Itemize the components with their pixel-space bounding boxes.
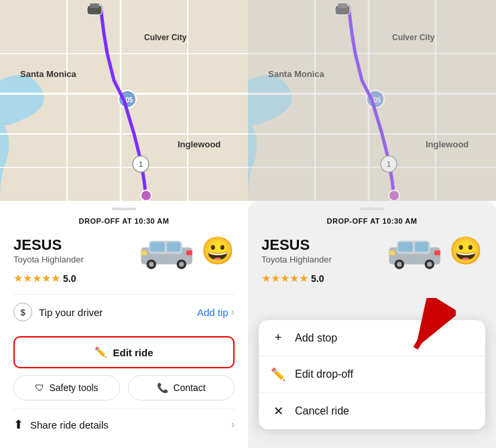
- edit-ride-label: Edit ride: [113, 347, 153, 358]
- svg-point-23: [149, 262, 153, 267]
- svg-rect-21: [167, 242, 180, 251]
- driver-info: JESUS Toyota Highlander: [13, 236, 84, 265]
- vehicle-name: Toyota Highlander: [13, 254, 84, 265]
- rating-value: 5.0: [63, 273, 76, 284]
- driver-row: JESUS Toyota Highlander 😀: [13, 232, 235, 269]
- plus-icon: +: [271, 331, 286, 345]
- add-tip-link[interactable]: Add tip: [197, 307, 229, 318]
- svg-text:1: 1: [139, 160, 143, 168]
- right-driver-row: JESUS Toyota Highlander 😀: [261, 232, 483, 269]
- svg-rect-55: [434, 250, 440, 255]
- right-bottom-sheet: DROP-OFF AT 10:30 AM JESUS Toyota Highla…: [248, 201, 496, 448]
- star-icons: ★★★★★: [13, 272, 60, 285]
- shield-icon: 🛡: [35, 382, 44, 393]
- edit-dropoff-pencil-icon: ✏️: [271, 367, 286, 382]
- tip-row[interactable]: $ Tip your driver Add tip ›: [13, 294, 235, 329]
- share-chevron-icon: ›: [231, 419, 235, 431]
- svg-text:Inglewood: Inglewood: [178, 139, 221, 149]
- left-panel: 405 1 Santa Monica Culver City Inglewood…: [0, 0, 248, 448]
- edit-ride-pencil-icon: ✏️: [95, 346, 107, 358]
- edit-dropoff-label: Edit drop-off: [295, 368, 353, 380]
- right-driver-emoji: 😀: [449, 237, 483, 264]
- driver-name: JESUS: [13, 236, 84, 254]
- contact-label: Contact: [173, 382, 205, 393]
- tip-right[interactable]: Add tip ›: [197, 306, 235, 318]
- svg-rect-26: [141, 250, 147, 255]
- tip-label-area: $ Tip your driver: [13, 303, 103, 321]
- svg-point-25: [179, 262, 184, 267]
- svg-point-51: [397, 262, 401, 267]
- svg-text:Santa Monica: Santa Monica: [20, 69, 77, 79]
- drag-handle: [112, 208, 136, 210]
- driver-emoji: 😀: [201, 237, 235, 264]
- tip-label-text: Tip your driver: [39, 307, 103, 318]
- cancel-ride-label: Cancel ride: [295, 405, 349, 417]
- right-map: 405 1 Santa Monica Culver City Inglewood: [248, 0, 496, 201]
- x-icon: ✕: [271, 404, 286, 419]
- stars-row: ★★★★★ 5.0: [13, 272, 235, 285]
- action-row: 🛡 Safety tools 📞 Contact: [13, 375, 235, 400]
- phone-icon: 📞: [157, 382, 168, 393]
- svg-rect-48: [398, 242, 413, 251]
- dollar-icon: $: [13, 303, 32, 321]
- safety-tools-label: Safety tools: [49, 382, 98, 393]
- edit-dropoff-item[interactable]: ✏️ Edit drop-off: [259, 356, 485, 393]
- contact-button[interactable]: 📞 Contact: [128, 375, 235, 400]
- svg-rect-49: [415, 242, 428, 251]
- svg-rect-27: [186, 250, 192, 255]
- add-stop-label: Add stop: [295, 332, 337, 344]
- right-car-image: [386, 232, 446, 269]
- right-vehicle-name: Toyota Highlander: [261, 254, 332, 265]
- right-stars-row: ★★★★★ 5.0: [261, 272, 483, 285]
- tip-chevron-icon: ›: [231, 306, 235, 318]
- driver-images: 😀: [138, 232, 235, 269]
- cancel-ride-item[interactable]: ✕ Cancel ride: [259, 393, 485, 429]
- dropoff-time-label: DROP-OFF AT 10:30 AM: [13, 217, 235, 225]
- edit-ride-button[interactable]: ✏️ Edit ride: [13, 336, 235, 368]
- right-star-icons: ★★★★★: [261, 272, 308, 285]
- add-stop-item[interactable]: + Add stop: [259, 320, 485, 356]
- right-driver-name: JESUS: [261, 236, 332, 254]
- svg-point-12: [141, 190, 151, 201]
- svg-rect-20: [150, 242, 165, 251]
- share-label-area: ⬆ Share ride details: [13, 417, 109, 432]
- right-rating-value: 5.0: [311, 273, 324, 284]
- svg-rect-14: [90, 3, 99, 8]
- right-driver-images: 😀: [386, 232, 483, 269]
- right-drag-handle: [360, 208, 384, 210]
- svg-text:Culver City: Culver City: [144, 33, 187, 42]
- share-icon: ⬆: [13, 417, 23, 432]
- left-map: 405 1 Santa Monica Culver City Inglewood: [0, 0, 248, 201]
- share-label-text: Share ride details: [30, 419, 109, 431]
- svg-point-53: [427, 262, 432, 267]
- right-driver-info: JESUS Toyota Highlander: [261, 236, 332, 265]
- car-image: [138, 232, 198, 269]
- dropdown-menu: + Add stop ✏️ Edit drop-off ✕ Cancel rid…: [259, 320, 485, 429]
- right-panel: 405 1 Santa Monica Culver City Inglewood…: [248, 0, 496, 448]
- right-dropoff-label: DROP-OFF AT 10:30 AM: [261, 217, 483, 225]
- safety-tools-button[interactable]: 🛡 Safety tools: [13, 375, 120, 400]
- share-row[interactable]: ⬆ Share ride details ›: [13, 408, 235, 440]
- left-bottom-sheet: DROP-OFF AT 10:30 AM JESUS Toyota Highla…: [0, 201, 248, 448]
- svg-rect-54: [389, 250, 395, 255]
